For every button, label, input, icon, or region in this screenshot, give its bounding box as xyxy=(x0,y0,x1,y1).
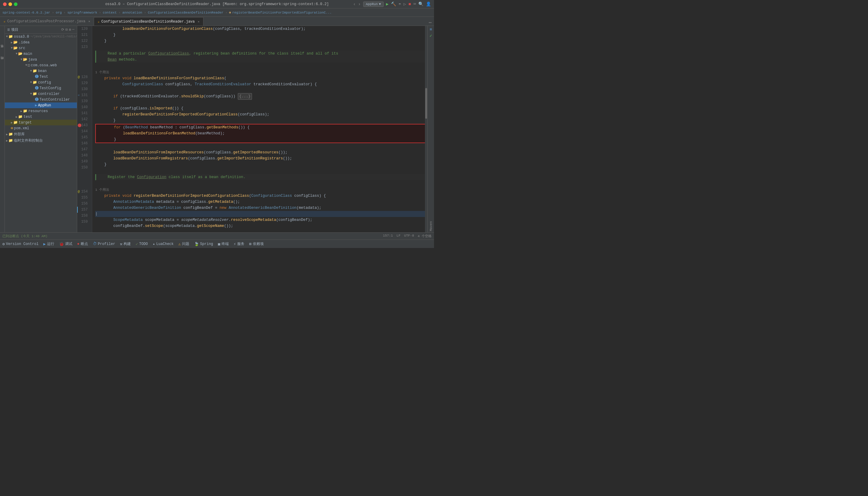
search-icon[interactable]: 🔍 xyxy=(418,1,423,6)
code-editor[interactable]: 120 121 122 123 @ 128 129 130 ◁ 131 139 … xyxy=(77,26,428,232)
title-bar-actions: ‹ › AppRun ▼ ▶ 🔨 ☂ ▷ ■ ⌨ 🔍 👤 xyxy=(353,1,431,7)
toolbar-build-label: 构建 xyxy=(124,242,131,247)
run-button[interactable]: ▶ xyxy=(386,1,388,6)
right-strip-check-icon[interactable]: ✓ xyxy=(430,33,432,38)
toolbar-services-label: 服务 xyxy=(237,242,245,247)
tree-item-root[interactable]: ▼ 📁 ossa3.0 ~/java/java/seckill-redis/o.… xyxy=(5,34,77,40)
folder-icon: 📂 xyxy=(13,40,18,45)
sidebar-settings-icon[interactable]: ⚙ xyxy=(69,27,71,32)
tree-item-external[interactable]: ▶ 📁 外部库 xyxy=(5,131,77,137)
toolbar-todo[interactable]: ✓ TODO xyxy=(136,242,148,247)
gutter-jd2 xyxy=(77,56,90,62)
toolbar-spring[interactable]: 🍃 Spring xyxy=(194,242,213,247)
gutter-120: 120 xyxy=(77,26,90,32)
tree-item-testcontroller[interactable]: 🅒 TestController xyxy=(5,97,77,103)
gutter-130: 130 xyxy=(77,86,90,92)
toolbar-luacheck[interactable]: ✦ LuaCheck xyxy=(153,242,174,247)
vertical-scrollbar[interactable] xyxy=(425,26,428,232)
status-encoding: UTF-8 xyxy=(404,234,414,238)
breadcrumb-method-name[interactable]: registerBeanDefinitionForImportedConfigu… xyxy=(232,11,332,14)
nav-forward-icon[interactable]: › xyxy=(358,2,360,6)
minimize-button[interactable] xyxy=(9,2,12,6)
tree-item-main[interactable]: ▼ 📂 main xyxy=(5,51,77,57)
tree-label: TestConfig xyxy=(40,86,61,90)
tab-0-label: ConfigurationClassPostProcessor.java xyxy=(7,19,85,24)
toolbar-breakpoints[interactable]: ● 断点 xyxy=(77,242,88,247)
sidebar-sync-icon[interactable]: ⟳ xyxy=(61,27,64,32)
tree-item-resources[interactable]: ▶ 📁 resources xyxy=(5,108,77,114)
toolbar-debug[interactable]: 🐞 调试 xyxy=(59,242,72,247)
java-icon: ☕ xyxy=(4,19,5,23)
more-run-icon[interactable]: ▷ xyxy=(404,1,406,6)
avatar-icon[interactable]: 👤 xyxy=(426,1,431,6)
nav-back-icon[interactable]: ‹ xyxy=(353,2,356,6)
sidebar-menu-icon[interactable]: ☰ xyxy=(7,28,10,32)
tab-0[interactable]: ☕ ConfigurationClassPostProcessor.java ✕ xyxy=(0,17,94,26)
code-content[interactable]: loadBeanDefinitionsForConfigurationClass… xyxy=(92,26,428,232)
tree-item-package[interactable]: ▼ ◫ com.ossa.web xyxy=(5,62,77,68)
gutter-154: @ 154 xyxy=(77,189,90,195)
toolbar-problems[interactable]: ⚠ 问题 xyxy=(179,242,189,247)
tab-1[interactable]: ☕ ConfigurationClassBeanDefinitionReader… xyxy=(94,17,203,26)
status-position: 157:1 xyxy=(383,234,393,238)
breadcrumb-jar[interactable]: spring-context-6.0.2.jar xyxy=(2,11,50,14)
tab-0-close[interactable]: ✕ xyxy=(88,19,90,23)
sidebar-collapse-icon[interactable]: ⊟ xyxy=(65,27,67,32)
sidebar-close-icon[interactable]: — xyxy=(72,27,75,32)
tree-label: test xyxy=(24,115,32,119)
tabs-overflow[interactable]: ⋯ xyxy=(429,19,434,26)
maven-label[interactable]: Maven xyxy=(429,221,433,231)
stop-icon[interactable]: ■ xyxy=(408,2,411,6)
javadoc-line-1: Read a particular ConfigurationClass, re… xyxy=(98,51,428,57)
toolbar-build[interactable]: ⚒ 构建 xyxy=(120,242,131,247)
translate-icon[interactable]: ⌨ xyxy=(414,1,416,6)
tree-item-controller[interactable]: ▼ 📁 controller xyxy=(5,91,77,97)
folder-icon: 📁 xyxy=(33,80,37,85)
maximize-button[interactable] xyxy=(14,2,17,6)
gutter-usage2 xyxy=(77,183,90,189)
terminal-icon: ▣ xyxy=(218,242,220,247)
traffic-lights xyxy=(3,2,17,6)
toolbar-dep-label: 依赖项 xyxy=(253,242,264,247)
tree-item-scratch[interactable]: ▶ 📁 临时文件和控制台 xyxy=(5,137,77,144)
folder-icon: 📂 xyxy=(23,57,28,62)
tree-item-target[interactable]: ▶ 📁 target xyxy=(5,120,77,125)
tree-item-test-folder[interactable]: ▶ 📁 test xyxy=(5,114,77,120)
breadcrumb-class[interactable]: ConfigurationClassBeanDefinitionReader xyxy=(148,11,223,14)
code-line-129: ConfigurationClass configClass, TrackedC… xyxy=(95,81,428,88)
javadoc-block-1: Read a particular ConfigurationClass, re… xyxy=(95,51,428,63)
apprun-selector[interactable]: AppRun ▼ xyxy=(363,1,384,7)
coverage-icon[interactable]: ☂ xyxy=(399,1,401,6)
toolbar-services[interactable]: ⚡ 服务 xyxy=(234,242,245,247)
code-line-143: for (BeanMethod beanMethod : configClass… xyxy=(96,124,425,130)
code-line-128: private void loadBeanDefinitionsForConfi… xyxy=(95,75,428,81)
toolbar-profiler[interactable]: ⏱ Profiler xyxy=(93,242,115,246)
breadcrumb-annotation[interactable]: annotation xyxy=(122,11,142,14)
toolbar-version-control[interactable]: ⚙ Version Control xyxy=(2,242,38,247)
close-button[interactable] xyxy=(3,2,6,6)
tree-item-idea[interactable]: ▶ 📂 .idea xyxy=(5,40,77,45)
breadcrumb-springframework[interactable]: springframework xyxy=(67,11,97,14)
toolbar-dependencies[interactable]: ⊞ 依赖项 xyxy=(249,242,264,247)
tree-label: 外部库 xyxy=(14,132,25,137)
right-strip-top-icon[interactable]: ≡ xyxy=(430,27,432,32)
tree-item-config[interactable]: ▼ 📁 config xyxy=(5,80,77,85)
tree-label: src xyxy=(19,46,25,50)
build-icon[interactable]: 🔨 xyxy=(391,1,396,6)
tree-item-src[interactable]: ▼ 📂 src xyxy=(5,45,77,51)
scrollbar-thumb[interactable] xyxy=(425,88,427,119)
tree-item-testconfig[interactable]: 🅒 TestConfig xyxy=(5,85,77,91)
tree-item-java[interactable]: ▼ 📂 java xyxy=(5,57,77,62)
gutter-122: 122 xyxy=(77,38,90,44)
tree-item-apprun[interactable]: ▶ AppRun xyxy=(5,103,77,108)
breadcrumb-org[interactable]: org xyxy=(56,11,62,14)
toolbar-run[interactable]: ▶ 运行 xyxy=(43,242,54,247)
toolbar-terminal[interactable]: ▣ 终端 xyxy=(218,242,229,247)
breadcrumb-context[interactable]: context xyxy=(103,11,117,14)
tree-item-test[interactable]: 🅒 Test xyxy=(5,74,77,80)
tree-item-pom[interactable]: ⊞ pom.xml xyxy=(5,125,77,131)
tree-label-apprun: AppRun xyxy=(38,103,51,108)
tab-1-close[interactable]: ✕ xyxy=(198,20,200,24)
gutter-142: 142 xyxy=(77,116,90,122)
tree-item-bean[interactable]: ▼ 📁 bean xyxy=(5,68,77,74)
